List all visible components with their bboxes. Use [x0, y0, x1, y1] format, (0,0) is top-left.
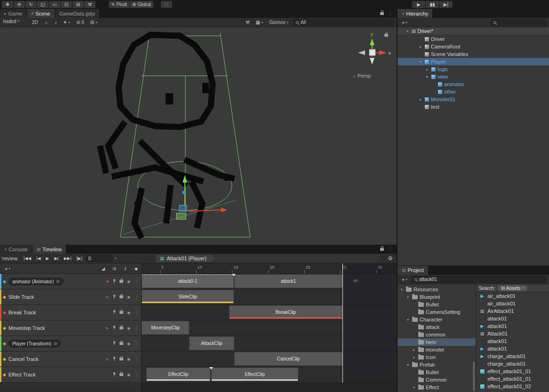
project-folder[interactable]: hero	[398, 338, 476, 346]
track-header[interactable]: ◆Slide Track∿◉⋮	[0, 289, 141, 305]
create-asset-button[interactable]: +▾	[400, 277, 409, 282]
track-menu-icon[interactable]: ⋮	[134, 357, 139, 362]
tab-timeline[interactable]: ▤ Timeline	[32, 245, 67, 254]
hierarchy-item[interactable]: ▾view	[398, 73, 549, 80]
search-result-item[interactable]: attack01	[476, 337, 549, 345]
search-result-item[interactable]: ▶air_attack01	[476, 292, 549, 300]
expand-arrow-icon[interactable]: ▾	[406, 295, 410, 299]
track-binding-field[interactable]: animator (Animator)⊙	[8, 278, 64, 285]
scene-header-row[interactable]: ▾ ▤ Driver*	[398, 27, 549, 35]
lock-icon[interactable]	[380, 248, 384, 251]
project-search-field[interactable]	[412, 276, 546, 283]
axis-y-label[interactable]: y	[371, 32, 373, 37]
lock-icon[interactable]	[119, 373, 123, 376]
current-frame-field[interactable]: 0	[86, 255, 112, 262]
scene-search-field[interactable]: All	[293, 19, 394, 26]
timeline-clip[interactable]: attack0-1	[142, 274, 234, 288]
track-menu-icon[interactable]: ⋮	[134, 310, 139, 315]
track-menu-icon[interactable]: ⋮	[134, 279, 139, 284]
camera-dropdown[interactable]: ▦ ▾	[255, 19, 265, 26]
component-tools-button[interactable]: ⚒	[244, 19, 251, 26]
project-folder[interactable]: ▾Effect	[398, 384, 476, 391]
project-folder[interactable]: attack	[398, 323, 476, 331]
expand-arrow-icon[interactable]: ▸	[418, 45, 423, 49]
tab-hierarchy[interactable]: ≡ Hierarchy	[398, 9, 433, 18]
scrollbar-thumb[interactable]	[473, 362, 475, 391]
hidden-objects-toggle[interactable]: ⊘ 0	[75, 19, 86, 26]
tab-console[interactable]: ≡ Console	[0, 245, 32, 254]
tab-project[interactable]: ▤ Project	[398, 266, 429, 275]
expand-arrow-icon[interactable]: ▾	[412, 385, 416, 390]
lock-icon[interactable]	[119, 358, 123, 360]
lock-icon[interactable]	[119, 342, 123, 345]
pin-icon[interactable]	[112, 372, 116, 377]
timeline-clip[interactable]: CancelClip	[234, 352, 342, 366]
timeline-clip[interactable]: MovestepClip	[142, 321, 189, 335]
goto-start-button[interactable]: |◀◀	[22, 256, 32, 261]
project-search-input[interactable]	[419, 277, 543, 282]
lock-icon[interactable]	[119, 311, 123, 314]
expand-arrow-icon[interactable]: ▾	[399, 288, 404, 292]
expand-arrow-icon[interactable]: ▸	[412, 348, 416, 352]
timeline-clip[interactable]: BreakClip	[229, 305, 342, 319]
search-result-item[interactable]: ▤Attack01	[476, 330, 549, 337]
track-lane[interactable]: MovestepClip	[141, 320, 397, 336]
project-folder[interactable]: common	[398, 331, 476, 338]
chevron-down-icon[interactable]: ▾	[115, 256, 117, 260]
goto-end-button[interactable]: ▶▶|	[63, 256, 73, 261]
marker-track-icon[interactable]: ◆	[135, 266, 138, 271]
expand-arrow-icon[interactable]: ▸	[418, 97, 423, 102]
hierarchy-item[interactable]: Scene Variables	[398, 50, 549, 58]
search-result-item[interactable]: ▤AirAttack01	[476, 307, 549, 315]
lock-icon[interactable]	[119, 280, 123, 283]
hierarchy-item[interactable]: ▸CameraRoot	[398, 43, 549, 50]
curves-icon[interactable]: ∿	[105, 357, 109, 361]
gizmos-dropdown[interactable]: Gizmos ▾	[268, 19, 290, 26]
create-object-button[interactable]: +▾	[400, 20, 409, 25]
track-lane[interactable]: AttackClip	[141, 336, 397, 352]
tab-gamedata[interactable]: GameData.gdjs	[55, 9, 100, 18]
curves-icon[interactable]: ∿	[105, 326, 109, 330]
next-frame-button[interactable]: ▶|	[53, 256, 60, 261]
pin-icon[interactable]	[112, 279, 116, 284]
project-folder[interactable]: ▾Character	[398, 316, 476, 323]
timeline-clip[interactable]: SlideClip	[142, 290, 234, 304]
search-result-item[interactable]: effect_attack01_01	[476, 375, 549, 383]
scene-viewport[interactable]: y x ‹ Persp	[0, 27, 397, 245]
pin-icon[interactable]	[112, 295, 116, 299]
play-button[interactable]: ▶	[412, 1, 425, 8]
grid-tool-button[interactable]: ⊞	[72, 1, 84, 8]
pin-icon[interactable]	[112, 341, 116, 346]
breadcrumb[interactable]: ▤ Attack01 (Player)	[156, 255, 215, 262]
record-icon[interactable]: ●	[106, 279, 109, 284]
hierarchy-item[interactable]: animator	[398, 80, 549, 88]
search-result-item[interactable]: attack01	[476, 315, 549, 322]
lock-icon[interactable]	[119, 296, 123, 298]
hierarchy-item[interactable]: ▾Player	[398, 58, 549, 65]
clip-marker-icon[interactable]	[232, 274, 236, 276]
pivot-toggle-button[interactable]: ✎ Pivot	[109, 1, 129, 8]
search-result-item[interactable]: ▶attack01	[476, 345, 549, 352]
transform-tool-button[interactable]: ⊡	[61, 1, 72, 8]
shading-mode-dropdown[interactable]: Shaded ▾	[3, 19, 27, 26]
scale-tool-button[interactable]: ◱	[37, 1, 48, 8]
move-tool-button[interactable]: ✣	[14, 1, 25, 8]
search-result-item[interactable]: ▶attack01	[476, 322, 549, 330]
hierarchy-item[interactable]: ▸Monster01	[398, 96, 549, 103]
tab-scene[interactable]: # Scene	[27, 9, 55, 18]
project-folder[interactable]: Bullet	[398, 368, 476, 376]
audio-toggle-icon[interactable]: ♪	[53, 19, 58, 26]
expand-arrow-icon[interactable]: ▾	[425, 75, 430, 79]
pin-icon[interactable]	[112, 357, 116, 361]
hierarchy-item[interactable]: other	[398, 88, 549, 96]
track-lane[interactable]: attack0-1attack1∞	[141, 274, 397, 289]
timeline-clip[interactable]: EffectClip	[211, 368, 298, 381]
mute-eye-icon[interactable]: ◉	[127, 373, 130, 377]
expand-arrow-icon[interactable]: ▸	[425, 67, 430, 72]
project-folder[interactable]: Common	[398, 376, 476, 384]
custom-tool-button[interactable]: ⚒	[84, 1, 95, 8]
project-folder[interactable]: Bullet	[398, 301, 476, 308]
search-result-item[interactable]: effect_attack01_01	[476, 368, 549, 375]
step-button[interactable]: ▶|	[439, 1, 453, 8]
lock-icon[interactable]	[119, 327, 123, 329]
